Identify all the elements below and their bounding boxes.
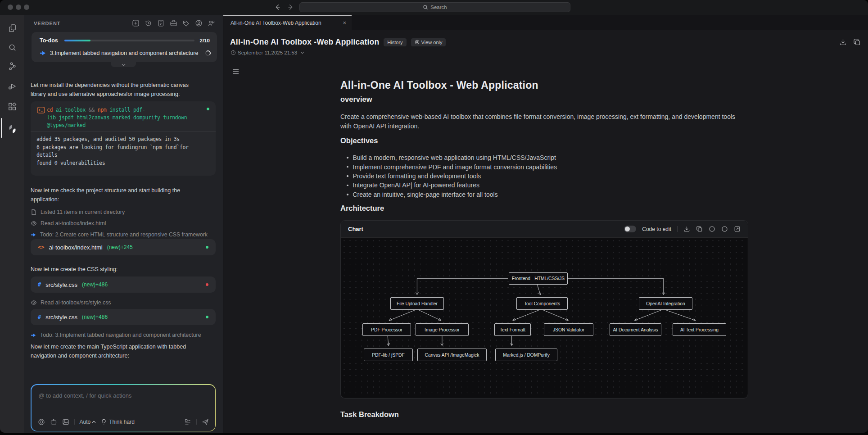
diagram-node: PDF-lib / jSPDF: [364, 349, 413, 361]
todos-progress-bar: [64, 40, 194, 41]
chevron-down-icon: [300, 51, 304, 54]
mcp-icon[interactable]: [50, 418, 57, 426]
diagram-node: JSON Validator: [544, 323, 593, 336]
minimize-window-button[interactable]: [16, 5, 21, 10]
history-badge[interactable]: History: [384, 38, 406, 46]
history-icon[interactable]: [145, 19, 152, 27]
send-icon[interactable]: [202, 418, 209, 426]
todos-progress-fill: [64, 40, 90, 41]
doc-paragraph: Create a comprehensive web-based AI tool…: [340, 112, 737, 131]
terminal-output: added 35 packages, and audited 50 packag…: [31, 131, 216, 176]
assistant-message: Let me install the dependencies without …: [31, 81, 200, 99]
lightbulb-icon: [101, 419, 107, 425]
todos-count: 2/10: [200, 38, 210, 43]
diagram-node: Marked.js / DOMPurify: [495, 349, 557, 361]
diagram-node: Text Formatt: [494, 323, 531, 336]
close-window-button[interactable]: [8, 5, 13, 10]
task-spinner-icon: [205, 50, 211, 56]
css-file-icon: #: [38, 314, 41, 320]
file-change-card[interactable]: # src/style.css (new)+486: [31, 309, 216, 325]
chart-title: Chart: [348, 226, 363, 232]
image-icon[interactable]: [62, 418, 69, 426]
composer-input[interactable]: @ to add context, / for quick actions: [39, 392, 132, 399]
file-status-dot: [206, 246, 208, 249]
diagram-node: File Upload Handler: [390, 297, 444, 310]
chart-copy-icon[interactable]: [696, 226, 703, 232]
todos-card[interactable]: To-dos 2/10 3.Implement tabbed navigatio…: [32, 32, 217, 62]
search-icon: [423, 5, 428, 10]
chart-canvas[interactable]: Frontend - HTML/CSS/JS File Upload Handl…: [341, 238, 747, 398]
tab-ai-toolbox[interactable]: All-in-One AI Toolbox-Web Application ×: [223, 15, 352, 30]
tool-call-row[interactable]: Read ai-toolbox/index.html: [31, 220, 215, 227]
diagram-node: AI Text Processing: [673, 323, 726, 336]
file-change-card[interactable]: <> ai-toolbox/index.html (new)+245: [31, 239, 216, 255]
code-to-edit-toggle[interactable]: [624, 226, 636, 232]
panel-header: VERDENT: [24, 18, 223, 30]
terminal-icon: [37, 107, 45, 113]
search-sidebar-icon[interactable]: [8, 43, 17, 52]
terminal-card[interactable]: cd ai-toolbox && npm install pdf- lib js…: [31, 101, 216, 176]
expand-icon[interactable]: [734, 226, 741, 232]
panel-title: VERDENT: [34, 21, 61, 26]
chevron-up-icon: [92, 421, 96, 423]
view-only-badge: View only: [411, 38, 446, 46]
files-icon[interactable]: [8, 23, 17, 33]
todo-row[interactable]: Todo: 2.Create core HTML structure and r…: [31, 231, 215, 238]
doc-h1: All-in-One AI Toolbox - Web Application: [340, 79, 538, 91]
copy-icon[interactable]: [853, 38, 861, 46]
doc-h2-overview: overview: [340, 95, 372, 104]
extensions-icon[interactable]: [8, 102, 17, 111]
todo-row[interactable]: Todo: 3.Implement tabbed navigation and …: [31, 331, 215, 339]
report-icon[interactable]: [157, 19, 165, 27]
new-task-icon[interactable]: [132, 19, 140, 27]
active-task-label: 3.Implement tabbed navigation and compon…: [50, 50, 202, 56]
task-arrow-icon: [40, 50, 46, 56]
diagram-node: Tool Components: [516, 297, 568, 310]
assistant-message: Now let me create the main TypeScript ap…: [31, 343, 200, 360]
tool-call-row[interactable]: Read ai-toolbox/src/style.css: [31, 299, 215, 306]
outline-menu-icon[interactable]: [232, 69, 239, 74]
forward-button[interactable]: [286, 3, 294, 11]
mention-icon[interactable]: [38, 418, 45, 426]
queue-icon[interactable]: [184, 418, 191, 426]
todos-label: To-dos: [40, 37, 58, 44]
clock-icon: [231, 50, 236, 55]
zoom-window-button[interactable]: [24, 5, 29, 10]
document-title: All-in-One AI Toolbox -Web Application: [230, 37, 379, 47]
diagram-node: Canvas API /ImageMagick: [417, 349, 487, 361]
flows-icon[interactable]: [8, 62, 17, 71]
tags-icon[interactable]: [182, 19, 190, 27]
css-file-icon: #: [38, 281, 41, 288]
editor-area: All-in-One AI Toolbox-Web Application × …: [223, 15, 868, 433]
doc-h2-architecture: Architecture: [340, 204, 384, 213]
tool-call-row[interactable]: Listed 11 items in current directory: [31, 208, 215, 216]
debug-icon[interactable]: [8, 82, 17, 91]
diagram-node: PDF Processor: [362, 323, 411, 336]
mode-selector[interactable]: Auto: [80, 419, 96, 425]
search-placeholder: Search: [430, 5, 447, 10]
code-file-icon: <>: [38, 244, 44, 250]
screen: Search VERDENT: [0, 0, 868, 435]
think-hard-toggle[interactable]: Think hard: [101, 419, 135, 425]
titlebar: Search: [0, 0, 868, 15]
todo-arrow-icon: [31, 333, 36, 338]
file-change-card[interactable]: # src/style.css (new)+486: [31, 276, 216, 293]
todo-arrow-icon: [31, 232, 36, 237]
feedback-icon[interactable]: [208, 19, 215, 27]
back-button[interactable]: [274, 3, 282, 11]
doc-h2-objectives: Objectives: [340, 136, 378, 145]
verdent-logo-icon[interactable]: [8, 124, 17, 134]
diagram-arrows: [341, 238, 747, 398]
chevron-down-icon: [122, 63, 126, 66]
toolbox-icon[interactable]: [170, 19, 177, 27]
zoom-out-icon[interactable]: [721, 226, 728, 232]
tab-close-icon[interactable]: ×: [343, 19, 346, 26]
chart-download-icon[interactable]: [683, 226, 690, 232]
todos-collapse-handle[interactable]: [111, 62, 136, 67]
document-date[interactable]: September 11,2025 21:53: [231, 50, 304, 55]
zoom-in-icon[interactable]: [709, 226, 715, 232]
search-input[interactable]: Search: [299, 2, 570, 12]
account-icon[interactable]: [195, 19, 203, 27]
file-status-dot: [206, 316, 208, 318]
download-icon[interactable]: [839, 38, 847, 46]
